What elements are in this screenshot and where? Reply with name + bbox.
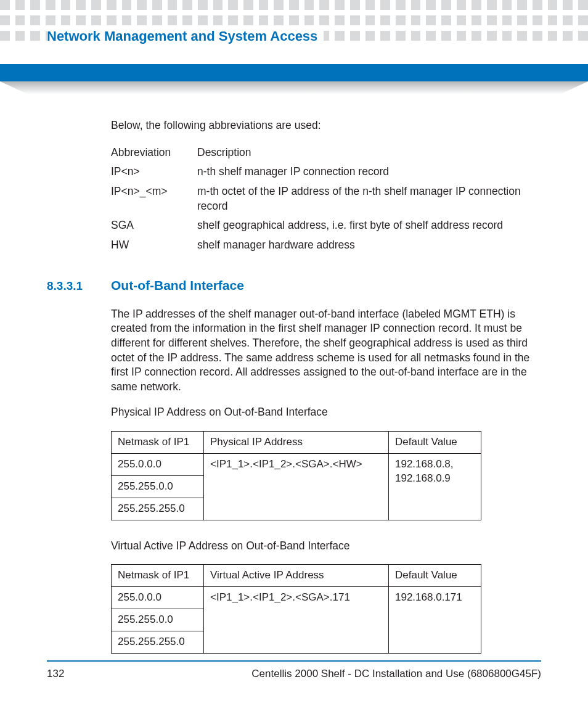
header-shadow — [0, 81, 588, 95]
intro-text: Below, the following abbreviations are u… — [111, 118, 541, 133]
table-header: Default Value — [389, 432, 481, 454]
table2-caption: Virtual Active IP Address on Out-of-Band… — [111, 539, 541, 554]
abbr-cell: m-th octet of the IP address of the n-th… — [197, 184, 541, 213]
section-paragraph: The IP addresses of the shelf manager ou… — [111, 307, 541, 395]
page-number: 132 — [47, 668, 64, 680]
table-cell: 192.168.0.171 — [389, 587, 481, 654]
table-cell: 255.255.255.0 — [112, 498, 204, 520]
table-header: Netmask of IP1 — [112, 432, 204, 454]
page-footer: 132 Centellis 2000 Shelf - DC Installati… — [47, 660, 541, 680]
abbreviation-table: Abbreviation Description IP<n> n-th shel… — [111, 146, 541, 253]
table-cell: <IP1_1>.<IP1_2>.<SGA>.171 — [204, 587, 389, 654]
abbr-cell: SGA — [111, 218, 197, 233]
table1-caption: Physical IP Address on Out-of-Band Inter… — [111, 405, 541, 420]
abbr-cell: IP<n> — [111, 165, 197, 179]
abbr-head-col1: Abbreviation — [111, 146, 197, 160]
abbr-cell: n-th shelf manager IP connection record — [197, 165, 541, 179]
table-cell: 255.255.0.0 — [112, 475, 204, 498]
table-header: Virtual Active IP Address — [204, 565, 389, 587]
abbr-cell: shelf manager hardware address — [197, 238, 541, 253]
table-header: Physical IP Address — [204, 432, 389, 454]
table-cell: <IP1_1>.<IP1_2>.<SGA>.<HW> — [204, 454, 389, 520]
table-cell: 255.255.0.0 — [112, 609, 204, 631]
table-cell: 255.0.0.0 — [112, 587, 204, 609]
chapter-title: Network Management and System Access — [47, 28, 324, 46]
section-title: Out-of-Band Interface — [111, 277, 244, 294]
table-header: Default Value — [389, 565, 481, 587]
abbr-cell: shelf geographical address, i.e. first b… — [197, 218, 541, 233]
table-cell: 255.0.0.0 — [112, 454, 204, 476]
abbr-cell: HW — [111, 238, 197, 253]
header-blue-bar — [0, 64, 588, 81]
table-cell: 255.255.255.0 — [112, 631, 204, 654]
abbr-head-col2: Description — [197, 146, 541, 160]
document-title: Centellis 2000 Shelf - DC Installation a… — [251, 668, 541, 680]
physical-ip-table: Netmask of IP1 Physical IP Address Defau… — [111, 431, 481, 520]
virtual-ip-table: Netmask of IP1 Virtual Active IP Address… — [111, 564, 481, 654]
table-cell: 192.168.0.8, 192.168.0.9 — [389, 454, 481, 520]
table-header: Netmask of IP1 — [112, 565, 204, 587]
section-number: 8.3.3.1 — [47, 278, 111, 294]
abbr-cell: IP<n>_<m> — [111, 184, 197, 213]
